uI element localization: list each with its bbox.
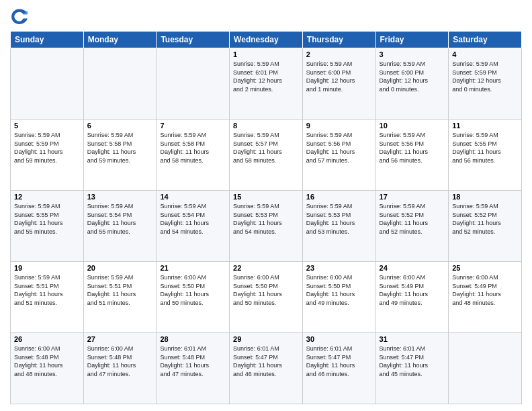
day-cell: 1Sunrise: 5:59 AM Sunset: 6:01 PM Daylig… bbox=[230, 48, 303, 120]
day-content: Sunrise: 6:00 AM Sunset: 5:49 PM Dayligh… bbox=[380, 273, 445, 307]
day-number: 7 bbox=[160, 122, 226, 130]
weekday-header-monday: Monday bbox=[83, 32, 157, 48]
day-content: Sunrise: 5:59 AM Sunset: 6:00 PM Dayligh… bbox=[306, 60, 372, 93]
day-number: 25 bbox=[452, 264, 518, 272]
day-cell: 17Sunrise: 5:59 AM Sunset: 5:52 PM Dayli… bbox=[375, 191, 449, 262]
day-cell: 2Sunrise: 5:59 AM Sunset: 6:00 PM Daylig… bbox=[302, 48, 375, 120]
weekday-header-wednesday: Wednesday bbox=[230, 32, 303, 48]
week-row-2: 5Sunrise: 5:59 AM Sunset: 5:59 PM Daylig… bbox=[11, 120, 522, 191]
day-cell: 15Sunrise: 5:59 AM Sunset: 5:53 PM Dayli… bbox=[230, 191, 303, 262]
day-cell: 19Sunrise: 5:59 AM Sunset: 5:51 PM Dayli… bbox=[11, 262, 84, 333]
day-cell: 3Sunrise: 5:59 AM Sunset: 6:00 PM Daylig… bbox=[375, 48, 449, 120]
day-number: 28 bbox=[160, 335, 226, 343]
day-cell: 23Sunrise: 6:00 AM Sunset: 5:50 PM Dayli… bbox=[302, 262, 375, 333]
day-cell: 22Sunrise: 6:00 AM Sunset: 5:50 PM Dayli… bbox=[230, 262, 303, 333]
day-number: 30 bbox=[306, 335, 372, 343]
day-cell: 9Sunrise: 5:59 AM Sunset: 5:56 PM Daylig… bbox=[302, 120, 375, 191]
day-content: Sunrise: 5:59 AM Sunset: 5:56 PM Dayligh… bbox=[380, 131, 445, 165]
day-number: 27 bbox=[87, 335, 153, 343]
week-row-1: 1Sunrise: 5:59 AM Sunset: 6:01 PM Daylig… bbox=[11, 48, 522, 120]
day-number: 16 bbox=[306, 193, 372, 201]
day-cell: 10Sunrise: 5:59 AM Sunset: 5:56 PM Dayli… bbox=[375, 120, 449, 191]
week-row-5: 26Sunrise: 6:00 AM Sunset: 5:48 PM Dayli… bbox=[11, 333, 522, 404]
day-content: Sunrise: 5:59 AM Sunset: 5:57 PM Dayligh… bbox=[233, 131, 299, 165]
day-number: 13 bbox=[87, 193, 153, 201]
day-content: Sunrise: 6:01 AM Sunset: 5:48 PM Dayligh… bbox=[160, 345, 226, 378]
day-number: 23 bbox=[306, 264, 372, 272]
day-number: 19 bbox=[14, 264, 80, 272]
day-number: 2 bbox=[306, 50, 372, 58]
day-content: Sunrise: 6:00 AM Sunset: 5:48 PM Dayligh… bbox=[87, 345, 153, 378]
day-cell: 21Sunrise: 6:00 AM Sunset: 5:50 PM Dayli… bbox=[157, 262, 230, 333]
day-cell bbox=[449, 333, 522, 404]
day-number: 29 bbox=[233, 335, 299, 343]
day-content: Sunrise: 6:01 AM Sunset: 5:47 PM Dayligh… bbox=[306, 345, 372, 378]
day-content: Sunrise: 5:59 AM Sunset: 5:52 PM Dayligh… bbox=[380, 202, 445, 236]
weekday-header-row: SundayMondayTuesdayWednesdayThursdayFrid… bbox=[11, 32, 522, 48]
header bbox=[10, 7, 522, 26]
day-content: Sunrise: 5:59 AM Sunset: 6:00 PM Dayligh… bbox=[380, 60, 445, 93]
day-number: 18 bbox=[452, 193, 518, 201]
day-number: 26 bbox=[14, 335, 80, 343]
day-number: 17 bbox=[380, 193, 445, 201]
day-cell: 14Sunrise: 5:59 AM Sunset: 5:54 PM Dayli… bbox=[157, 191, 230, 262]
logo bbox=[10, 7, 32, 26]
day-cell: 12Sunrise: 5:59 AM Sunset: 5:55 PM Dayli… bbox=[11, 191, 84, 262]
day-cell: 6Sunrise: 5:59 AM Sunset: 5:58 PM Daylig… bbox=[83, 120, 157, 191]
day-number: 12 bbox=[14, 193, 80, 201]
day-number: 31 bbox=[380, 335, 445, 343]
day-cell: 11Sunrise: 5:59 AM Sunset: 5:55 PM Dayli… bbox=[449, 120, 522, 191]
day-content: Sunrise: 5:59 AM Sunset: 5:51 PM Dayligh… bbox=[87, 273, 153, 307]
day-cell bbox=[11, 48, 84, 120]
day-cell: 8Sunrise: 5:59 AM Sunset: 5:57 PM Daylig… bbox=[230, 120, 303, 191]
day-cell: 26Sunrise: 6:00 AM Sunset: 5:48 PM Dayli… bbox=[11, 333, 84, 404]
day-number: 8 bbox=[233, 122, 299, 130]
day-cell: 24Sunrise: 6:00 AM Sunset: 5:49 PM Dayli… bbox=[375, 262, 449, 333]
day-content: Sunrise: 5:59 AM Sunset: 6:01 PM Dayligh… bbox=[233, 60, 299, 93]
day-content: Sunrise: 5:59 AM Sunset: 5:53 PM Dayligh… bbox=[306, 202, 372, 236]
day-number: 21 bbox=[160, 264, 226, 272]
day-content: Sunrise: 5:59 AM Sunset: 5:56 PM Dayligh… bbox=[306, 131, 372, 165]
day-cell: 25Sunrise: 6:00 AM Sunset: 5:49 PM Dayli… bbox=[449, 262, 522, 333]
day-cell bbox=[157, 48, 230, 120]
day-cell bbox=[83, 48, 157, 120]
weekday-header-sunday: Sunday bbox=[11, 32, 84, 48]
day-cell: 16Sunrise: 5:59 AM Sunset: 5:53 PM Dayli… bbox=[302, 191, 375, 262]
day-content: Sunrise: 5:59 AM Sunset: 5:51 PM Dayligh… bbox=[14, 273, 80, 307]
day-cell: 31Sunrise: 6:01 AM Sunset: 5:47 PM Dayli… bbox=[375, 333, 449, 404]
weekday-header-tuesday: Tuesday bbox=[157, 32, 230, 48]
day-number: 1 bbox=[233, 50, 299, 58]
day-cell: 13Sunrise: 5:59 AM Sunset: 5:54 PM Dayli… bbox=[83, 191, 157, 262]
weekday-header-thursday: Thursday bbox=[302, 32, 375, 48]
day-content: Sunrise: 5:59 AM Sunset: 5:54 PM Dayligh… bbox=[87, 202, 153, 236]
day-content: Sunrise: 5:59 AM Sunset: 5:58 PM Dayligh… bbox=[160, 131, 226, 165]
day-content: Sunrise: 6:00 AM Sunset: 5:50 PM Dayligh… bbox=[160, 273, 226, 307]
day-cell: 5Sunrise: 5:59 AM Sunset: 5:59 PM Daylig… bbox=[11, 120, 84, 191]
logo-icon bbox=[10, 7, 29, 26]
day-content: Sunrise: 5:59 AM Sunset: 5:55 PM Dayligh… bbox=[14, 202, 80, 236]
day-content: Sunrise: 5:59 AM Sunset: 5:54 PM Dayligh… bbox=[160, 202, 226, 236]
day-cell: 7Sunrise: 5:59 AM Sunset: 5:58 PM Daylig… bbox=[157, 120, 230, 191]
day-content: Sunrise: 5:59 AM Sunset: 5:55 PM Dayligh… bbox=[452, 131, 518, 165]
day-content: Sunrise: 5:59 AM Sunset: 5:58 PM Dayligh… bbox=[87, 131, 153, 165]
day-content: Sunrise: 6:01 AM Sunset: 5:47 PM Dayligh… bbox=[380, 345, 445, 378]
day-content: Sunrise: 5:59 AM Sunset: 5:59 PM Dayligh… bbox=[14, 131, 80, 165]
day-cell: 4Sunrise: 5:59 AM Sunset: 5:59 PM Daylig… bbox=[449, 48, 522, 120]
week-row-3: 12Sunrise: 5:59 AM Sunset: 5:55 PM Dayli… bbox=[11, 191, 522, 262]
day-content: Sunrise: 6:00 AM Sunset: 5:48 PM Dayligh… bbox=[14, 345, 80, 378]
day-number: 15 bbox=[233, 193, 299, 201]
day-number: 22 bbox=[233, 264, 299, 272]
day-cell: 30Sunrise: 6:01 AM Sunset: 5:47 PM Dayli… bbox=[302, 333, 375, 404]
day-number: 5 bbox=[14, 122, 80, 130]
day-content: Sunrise: 6:00 AM Sunset: 5:50 PM Dayligh… bbox=[233, 273, 299, 307]
week-row-4: 19Sunrise: 5:59 AM Sunset: 5:51 PM Dayli… bbox=[11, 262, 522, 333]
day-content: Sunrise: 5:59 AM Sunset: 5:52 PM Dayligh… bbox=[452, 202, 518, 236]
day-content: Sunrise: 6:00 AM Sunset: 5:49 PM Dayligh… bbox=[452, 273, 518, 307]
day-content: Sunrise: 6:01 AM Sunset: 5:47 PM Dayligh… bbox=[233, 345, 299, 378]
day-number: 24 bbox=[380, 264, 445, 272]
day-number: 9 bbox=[306, 122, 372, 130]
day-number: 11 bbox=[452, 122, 518, 130]
day-content: Sunrise: 6:00 AM Sunset: 5:50 PM Dayligh… bbox=[306, 273, 372, 307]
weekday-header-saturday: Saturday bbox=[449, 32, 522, 48]
day-cell: 20Sunrise: 5:59 AM Sunset: 5:51 PM Dayli… bbox=[83, 262, 157, 333]
